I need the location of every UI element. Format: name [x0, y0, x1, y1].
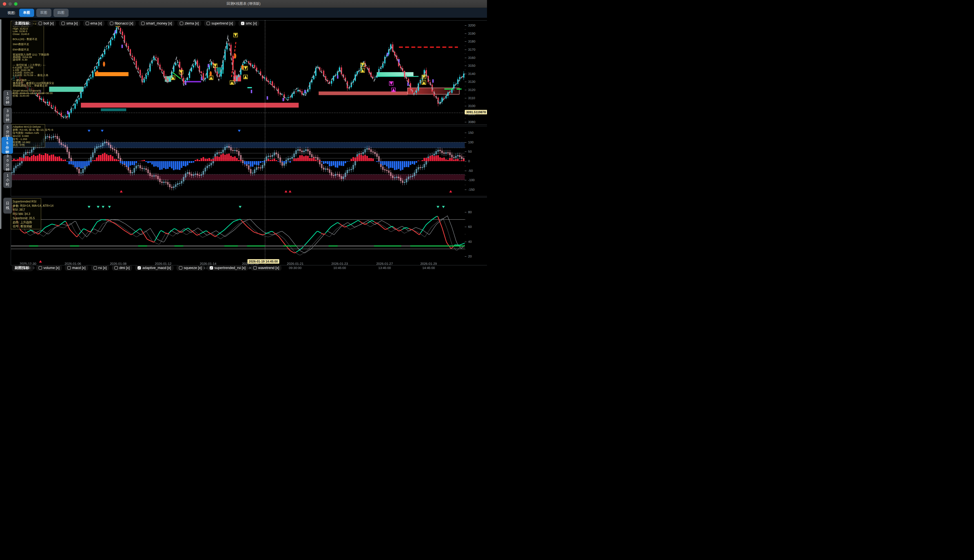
unchecked-checkbox-icon[interactable] [179, 266, 182, 270]
checked-checkbox-icon[interactable]: ✓ [138, 266, 141, 270]
axis-tick-label: -100 [468, 178, 475, 182]
axis-tick-label: 3130 [468, 80, 475, 83]
axis-tick-label: 3080 [468, 120, 475, 124]
main-indicator-smc[interactable]: ✓smc [x] [238, 20, 260, 26]
axis-tick-label: 3140 [468, 72, 475, 75]
unchecked-checkbox-icon[interactable] [62, 22, 65, 25]
view-label: 视图: [7, 10, 16, 15]
tooltip-line: Close: 3140.0 [13, 33, 42, 35]
main-indicator-label: boll [x] [43, 22, 53, 25]
main-indicator-boll[interactable]: boll [x] [36, 20, 56, 26]
unchecked-checkbox-icon[interactable] [254, 266, 257, 270]
main-indicator-label: 主图指标: [12, 20, 33, 27]
unchecked-checkbox-icon[interactable] [67, 266, 71, 270]
axis-tick-label: 3100 [468, 104, 475, 108]
macd-panel[interactable] [11, 126, 465, 196]
main-indicator-items: boll [x]sma [x]ema [x]fibonacci [x]smart… [36, 20, 259, 26]
axis-minor-tick [465, 166, 465, 166]
unchecked-checkbox-icon[interactable] [207, 22, 210, 25]
rsi-panel[interactable] [11, 197, 465, 265]
window-title: 回测K线图表 (增强版) [0, 2, 487, 6]
main-indicator-ema[interactable]: ema [x] [83, 20, 105, 26]
main-indicator-label: zlema [x] [185, 22, 199, 25]
unchecked-checkbox-icon[interactable] [86, 22, 89, 25]
axis-minor-tick [465, 62, 465, 62]
sub-indicator-macd[interactable]: macd [x] [65, 265, 88, 271]
sub-indicator-dmi[interactable]: dmi [x] [112, 265, 132, 271]
tooltip-line: Supertrend: 35.5 [13, 216, 39, 220]
chart-root: ◂ ◂ 320031903180317031603150314031303120… [0, 18, 487, 280]
axis-minor-tick [465, 137, 465, 138]
sub-indicator-squeeze[interactable]: squeeze [x] [177, 265, 204, 271]
unchecked-checkbox-icon[interactable] [180, 22, 183, 25]
checked-checkbox-icon[interactable]: ✓ [210, 266, 213, 270]
unchecked-checkbox-icon[interactable] [114, 266, 118, 270]
zoom-window-icon[interactable] [14, 2, 17, 6]
axis-minor-tick [465, 94, 465, 94]
axis-tick [465, 142, 467, 143]
axis-minor-tick [465, 249, 465, 249]
axis-minor-tick [465, 156, 465, 157]
axis-tick-label: 50 [468, 150, 472, 153]
axis-tick [465, 190, 467, 190]
sub-indicator-volume[interactable]: volume [x] [36, 265, 62, 271]
rsi-value-axis: 80604020 [465, 197, 487, 265]
sub-indicator-supertrended_rsi[interactable]: ✓supertrended_rsi [x] [207, 265, 248, 271]
timeframe-button-3分钟[interactable]: 3 分 钟 [3, 108, 12, 123]
main-indicator-zlema[interactable]: zlema [x] [177, 20, 201, 26]
sub-indicator-adaptive_macd[interactable]: ✓adaptive_macd [x] [135, 265, 173, 271]
axis-tick [465, 82, 467, 82]
tooltip-line: 2.618倍: 3170.59 ← 最佳入场 [13, 74, 42, 76]
view-toolbar: 视图: 单图双图四图 [0, 8, 487, 18]
crosshair-price-label: 3091.5119878 [465, 110, 487, 114]
axis-tick [465, 74, 467, 74]
close-window-icon[interactable] [3, 2, 6, 6]
unchecked-checkbox-icon[interactable] [141, 22, 145, 25]
timeframe-button-30分钟[interactable]: 3 0 分 钟 [3, 155, 12, 171]
view-mode-button-1[interactable]: 双图 [37, 9, 51, 17]
view-mode-button-2[interactable]: 四图 [53, 9, 68, 17]
axis-tick-label: 3160 [468, 56, 475, 60]
tooltip-line: 信号: -1.293 [13, 138, 43, 141]
main-chart-panel[interactable] [11, 20, 465, 125]
axis-tick [465, 25, 467, 26]
main-indicator-label: sma [x] [66, 22, 77, 25]
main-indicator-supertrend[interactable]: supertrend [x] [204, 20, 235, 26]
axis-tick-label: 3150 [468, 64, 475, 67]
main-indicator-fibonacci[interactable]: fibonacci [x] [107, 20, 136, 26]
unchecked-checkbox-icon[interactable] [38, 266, 42, 270]
axis-tick-label: 3190 [468, 32, 475, 35]
left-scrollbar[interactable] [0, 19, 2, 229]
view-mode-button-0[interactable]: 单图 [19, 9, 34, 17]
axis-minor-tick [465, 37, 465, 38]
timeframe-button-1小时[interactable]: 1 小 时 [3, 172, 12, 188]
unchecked-checkbox-icon[interactable] [93, 266, 97, 270]
minimize-window-icon[interactable] [8, 2, 12, 6]
axis-tick [465, 50, 467, 50]
axis-tick [465, 122, 467, 122]
unchecked-checkbox-icon[interactable] [110, 22, 113, 25]
main-indicator-sma[interactable]: sma [x] [59, 20, 80, 26]
collapse-left-icon[interactable]: ◂ [0, 140, 2, 143]
timeframe-button-15分钟[interactable]: 1 5 分 钟 [2, 137, 13, 154]
sub-indicator-wavetrend[interactable]: wavetrend [x] [251, 265, 282, 271]
adaptive-macd-tooltip: Adaptive MACD Deluxe参数: R2=55, 快=6, 慢=13… [11, 124, 45, 147]
window-titlebar: 回测K线图表 (增强版) [0, 0, 487, 8]
axis-tick-label: 3180 [468, 40, 475, 43]
axis-tick-label: 100 [468, 140, 474, 144]
main-indicator-smart_money[interactable]: smart_money [x] [138, 20, 175, 26]
tooltip-line: 价格: 3140.00 [13, 94, 42, 97]
sub-indicator-label: macd [x] [72, 266, 85, 270]
checked-checkbox-icon[interactable]: ✓ [241, 22, 244, 25]
sub-indicator-rsi[interactable]: rsi [x] [91, 265, 109, 271]
main-indicator-row: 主图指标: boll [x]sma [x]ema [x]fibonacci [x… [12, 20, 259, 27]
collapse-left-icon[interactable]: ◂ [0, 183, 2, 186]
crosshair-time-label: 2026-01-19 14:45:00 [247, 259, 279, 264]
tooltip-line: SMA数据不足 [13, 43, 42, 45]
timeframe-button-1分钟[interactable]: 1 分 钟 [3, 90, 12, 106]
timeframe-button-日线[interactable]: 日 线 [3, 198, 12, 213]
axis-tick [465, 242, 467, 242]
unchecked-checkbox-icon[interactable] [38, 22, 42, 25]
sub-indicator-label: 副图指标: [12, 265, 33, 271]
main-indicator-label: smc [x] [246, 22, 257, 25]
